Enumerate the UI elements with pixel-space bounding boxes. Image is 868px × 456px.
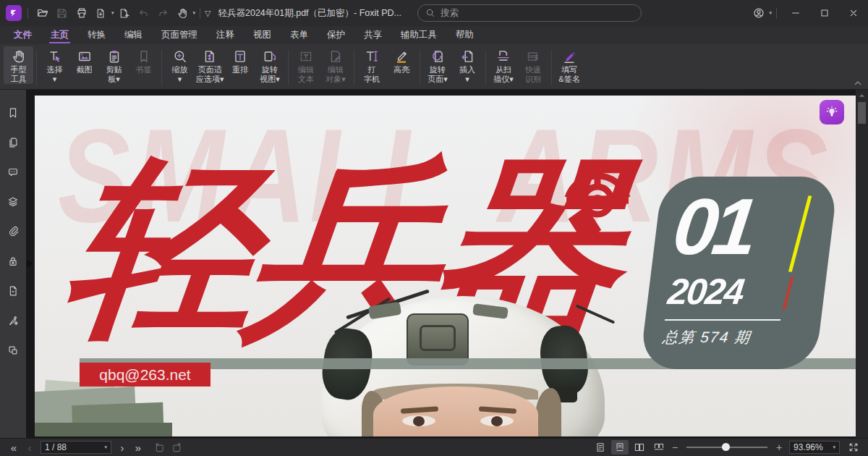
account-caret-icon[interactable]: ▾ [769,10,772,16]
foxit-logo-icon[interactable] [6,5,22,21]
tab-protect[interactable]: 保护 [318,26,354,44]
pdf-page[interactable]: SMALL ARMS 轻兵器 [35,96,856,436]
divider [200,8,200,19]
ribbon-tool-highlight[interactable]: 高亮 [387,46,417,75]
close-button[interactable] [839,0,868,26]
yellow-slash [788,195,812,272]
document-canvas[interactable]: SMALL ARMS 轻兵器 [26,90,856,438]
tab-help[interactable]: 帮助 [446,26,483,44]
snapshot-icon [77,48,93,65]
reflow-icon [232,48,248,65]
ribbon-tool-snapshot[interactable]: 截图 [69,46,99,75]
tab-share[interactable]: 共享 [354,26,391,44]
ribbon-tool-zoom[interactable]: 缩放▾ [165,46,195,84]
ribbon-tool-typewriter[interactable]: 打字机 [357,46,387,84]
maximize-button[interactable] [810,0,839,26]
cover-email: qbq@263.net [80,363,210,387]
fields-panel-icon[interactable] [4,342,22,358]
hand-grab-button[interactable] [173,4,192,22]
search-input[interactable] [441,8,634,18]
attachments-panel-icon[interactable] [4,224,22,240]
first-page-button[interactable]: « [6,440,22,455]
minimize-button[interactable] [781,0,810,26]
ribbon-tool-insert[interactable]: 插入▾ [453,46,482,84]
single-page-view-icon[interactable] [592,440,609,455]
tab-comment[interactable]: 注释 [207,26,244,44]
ribbon-separator [485,50,486,85]
bookmarks-panel-icon[interactable] [4,105,22,121]
prev-page-button: ‹ [22,440,38,455]
zoom-slider-thumb[interactable] [722,443,730,451]
scanner-icon [495,48,511,65]
statusbar: « ‹ 1 / 88 ▾ › » − + 93.96% ▾ [0,438,868,456]
toolbar-expand-icon[interactable]: ▽ [205,9,210,18]
ribbon-collapse-icon[interactable] [854,80,862,86]
ribbon-tool-fit-page[interactable]: 页面适应选项▾ [195,46,226,84]
create-page-button[interactable] [114,4,134,22]
zoom-level-input[interactable]: 93.96% ▾ [789,441,840,454]
print-button[interactable] [72,4,91,22]
zoom-slider[interactable] [686,447,767,448]
ribbon-tool-hand[interactable]: 手型工具 [4,46,33,84]
tab-home[interactable]: 主页 [41,26,78,44]
pages-panel-icon[interactable] [4,135,22,151]
divider [776,8,777,19]
ribbon-tool-rotate-pages[interactable]: 旋转页面▾ [423,46,453,84]
layers-panel-icon[interactable] [4,194,22,210]
zoom-in-button[interactable]: + [774,442,784,453]
issue-total: 总第 574 期 [661,327,752,347]
vertical-scrollbar[interactable] [856,90,868,438]
search-icon [425,8,435,18]
signature-panel-icon[interactable] [4,313,22,329]
last-page-button[interactable]: » [130,440,146,455]
zoom-level-caret-icon[interactable]: ▾ [833,444,835,450]
ribbon-tool-edit-text: 编辑文本 [292,46,321,84]
continuous-view-icon[interactable] [611,440,629,455]
ribbon-separator [354,50,354,85]
ribbon-tool-fill-sign[interactable]: 填写&签名 [555,46,584,84]
ribbon-tool-reflow[interactable]: 重排 [226,46,255,75]
account-button[interactable] [749,4,768,22]
clipboard-icon [106,48,122,65]
ribbon-tool-rotate-view[interactable]: 旋转视图▾ [255,46,285,84]
lightbulb-icon [825,105,839,119]
panel-expand-handle[interactable] [27,259,33,268]
fullscreen-icon[interactable] [845,440,862,455]
tab-view[interactable]: 视图 [244,26,281,44]
facing-view-icon[interactable] [631,440,648,455]
menu-tabbar: 文件 主页 转换 编辑 页面管理 注释 视图 表单 保护 共享 辅助工具 帮助 [0,26,868,44]
page-number-input[interactable]: 1 / 88 ▾ [41,441,111,454]
convert-button[interactable] [91,4,111,22]
ribbon-tool-select[interactable]: 选择▾ [40,46,69,84]
issue-badge: 01 2024 总第 574 期 [639,177,839,369]
tab-file[interactable]: 文件 [4,26,41,44]
open-folder-button[interactable] [33,4,52,22]
next-page-button[interactable]: › [114,440,130,455]
scrollbar-thumb[interactable] [858,102,866,124]
titlebar: ▾ ▾ ▽ 轻兵器2024年01期.pdf（已加密）- Foxit PD... … [0,0,868,26]
rotate-view-icon [262,48,278,65]
security-panel-icon[interactable] [4,253,22,269]
edit-text-icon [298,48,314,65]
search-box[interactable] [417,4,642,22]
tab-organize[interactable]: 页面管理 [152,26,207,44]
comments-panel-icon[interactable] [4,164,22,180]
hand-grab-caret-icon[interactable]: ▾ [193,10,196,16]
ocr-icon: OCR [525,48,541,65]
destinations-panel-icon[interactable] [4,283,22,299]
convert-caret-icon[interactable]: ▾ [111,10,114,16]
tab-form[interactable]: 表单 [281,26,318,44]
insert-icon [459,48,475,65]
page-number-caret-icon[interactable]: ▾ [104,444,107,450]
scroll-up-icon[interactable] [856,90,868,101]
facing-continuous-view-icon[interactable] [650,440,668,455]
ai-assistant-button[interactable] [820,100,844,124]
ribbon: 手型工具 选择▾ 截图 剪贴板▾ 书签 缩放▾ 页面适应选项▾ 重排 旋转视图▾… [0,44,868,90]
ribbon-tool-clipboard[interactable]: 剪贴板▾ [99,46,129,84]
edit-object-icon [328,48,344,65]
ribbon-tool-scanner[interactable]: 从扫描仪▾ [489,46,519,84]
zoom-out-button[interactable]: − [670,442,680,453]
tab-convert[interactable]: 转换 [78,26,115,44]
tab-accessibility[interactable]: 辅助工具 [391,26,446,44]
tab-edit[interactable]: 编辑 [115,26,152,44]
